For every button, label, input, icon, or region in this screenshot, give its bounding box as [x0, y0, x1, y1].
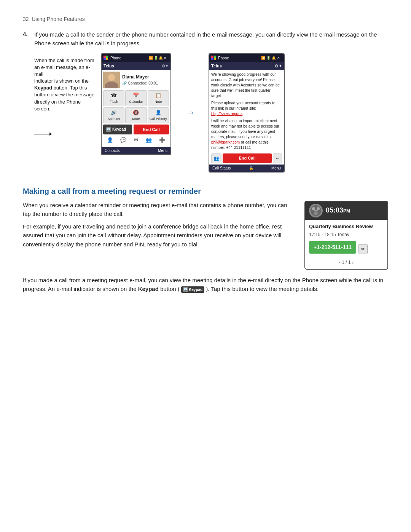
- person-icon: 👥: [145, 136, 153, 145]
- phone2-contact-icon[interactable]: 👥: [211, 153, 221, 163]
- call-history-button[interactable]: 👤 Call History: [148, 107, 169, 123]
- reminder-box: 05:03PM Quarterly Business Review 17:15 …: [304, 201, 388, 270]
- phone1-header: Phone 📶🔋🔔✕: [102, 54, 170, 62]
- reminder-icon: [309, 204, 323, 217]
- email-icon: ✉: [133, 136, 139, 145]
- messages-icon: 💬: [119, 136, 127, 145]
- phone2-call-row: 👥 End Call ←: [209, 152, 284, 165]
- reminder-nav: ‹ 1 / 1 ›: [309, 259, 384, 266]
- note-button[interactable]: 📋 Note: [148, 90, 169, 106]
- phone1-action-buttons: ☎ Flash 📅 Calendar 📋 Note: [103, 90, 169, 106]
- end-call-button[interactable]: End Call: [134, 125, 169, 135]
- bottom-text: If you made a call from a meeting reques…: [23, 276, 388, 294]
- svg-point-5: [312, 207, 315, 210]
- phone2-back-icon[interactable]: ←: [273, 153, 282, 163]
- phone2-header: Phone 📶🔋🔔✕: [209, 54, 284, 62]
- phone1-action-buttons2: 🔊 Speaker 🔇 Mute 👤 Call History: [103, 107, 169, 123]
- phone1-subheader: Telus ⚙✦: [102, 62, 170, 70]
- phone2-area: Phone 📶🔋🔔✕ Telus ⚙✦ We're showing good p…: [209, 53, 285, 173]
- step-number: 4.: [23, 30, 34, 176]
- speaker-button[interactable]: 🔊 Speaker: [103, 107, 124, 123]
- para1: When you receive a calendar reminder or …: [23, 201, 293, 219]
- svg-point-3: [108, 74, 115, 81]
- transition-arrow: →: [185, 105, 195, 121]
- add-contact-icon: ➕: [158, 136, 166, 145]
- caller-name: Diana Mayer: [122, 73, 169, 80]
- reminder-header: 05:03PM: [305, 201, 387, 220]
- phone1-footer: Contacts Menu: [102, 147, 170, 154]
- phone2-end-call-button[interactable]: End Call: [223, 153, 272, 163]
- step4-text: If you made a call to the sender or the …: [34, 30, 388, 48]
- caller-status: 🔗 Connected: 00:01: [122, 80, 169, 86]
- page-number: 32 Using Phone Features: [23, 15, 388, 23]
- caller-photo: [103, 72, 120, 88]
- phone1-screen: Phone 📶🔋🔔✕ Telus ⚙✦: [101, 53, 171, 155]
- phone2-email-body: We're showing good progress with our acc…: [209, 70, 284, 152]
- reminder-time: 05:03PM: [326, 205, 350, 216]
- svg-point-6: [317, 207, 320, 210]
- para2: For example, if you are traveling and ne…: [23, 222, 293, 249]
- inline-keypad-indicator: 📧 Keypad: [181, 286, 204, 293]
- keypad-button[interactable]: 📧 Keypad: [103, 125, 132, 135]
- contacts-icon: 👤: [106, 136, 114, 145]
- reminder-subtitle: 17:15 - 18:15 Today: [309, 231, 384, 238]
- mute-button[interactable]: 🔇 Mute: [125, 107, 147, 123]
- annotation-text: When the call is made from an e-mail mes…: [34, 57, 97, 113]
- reminder-body: Quarterly Business Review 17:15 - 18:15 …: [305, 220, 387, 269]
- svg-point-7: [314, 211, 318, 215]
- phone-number-button[interactable]: +1-212-511-111: [309, 241, 356, 254]
- phone2-subheader: Telus ⚙✦: [209, 62, 284, 70]
- phone1-call-controls: 📧 Keypad End Call: [103, 125, 169, 135]
- flash-button[interactable]: ☎ Flash: [103, 90, 124, 106]
- phone1-bottom-icons: 👤 💬 ✉ 👥 ➕: [103, 136, 169, 145]
- edit-icon-button[interactable]: ✏: [358, 244, 368, 254]
- calendar-button[interactable]: 📅 Calendar: [125, 90, 147, 106]
- phone2-footer: Call Status 🔒 Menu: [209, 165, 284, 172]
- section-heading: Making a call from a meeting request or …: [23, 185, 388, 197]
- phone2-screen: Phone 📶🔋🔔✕ Telus ⚙✦ We're showing good p…: [209, 53, 285, 173]
- reminder-title: Quarterly Business Review: [309, 223, 384, 230]
